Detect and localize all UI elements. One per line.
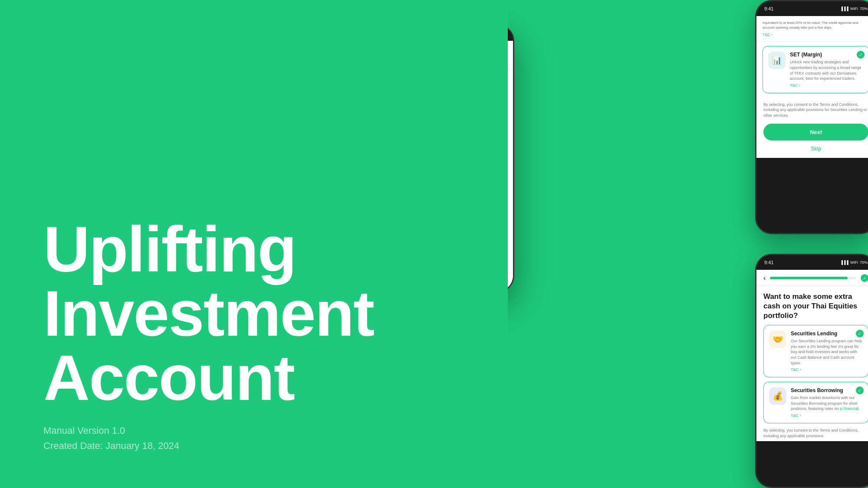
securities-lending-card[interactable]: 🤝 Securities Lending Our Securities Lend…: [763, 325, 868, 377]
borrowing-icon: 💰: [769, 387, 786, 405]
phone-tabs: Overview ↻ SET: [508, 58, 513, 69]
phone2-title: Want to make some extra cash on your Tha…: [756, 286, 868, 325]
phone-main: 9:41 ▐▐▐ WiFi 🔋 pi 💬 🔍 🔔: [508, 24, 514, 293]
borrowing-name: Securities Borrowing: [791, 387, 863, 393]
set-margin-icon: 📊: [768, 52, 786, 69]
borrowing-tc[interactable]: T&C ›: [791, 413, 863, 418]
borrowing-info: Securities Borrowing Gain from market do…: [791, 387, 863, 418]
securities-borrowing-card[interactable]: 💰 Securities Borrowing Gain from market …: [763, 382, 868, 423]
lending-name: Securities Lending: [791, 331, 863, 337]
time-right-bottom: 9:41: [764, 260, 773, 265]
phone2-header: ‹ ✓: [756, 270, 868, 286]
signal-right-top: ▐▐▐: [840, 7, 848, 11]
accounts-section: My Accounts Active Accounts Only ⇄ SET 1…: [508, 111, 513, 272]
lending-info: Securities Lending Our Securities Lendin…: [791, 331, 863, 372]
skip-button[interactable]: Skip: [756, 143, 868, 154]
page-title: Uplifting Investment Account: [43, 217, 464, 410]
main-screen: pi 💬 🔍 🔔 Overview ↻ SET Your total balan: [508, 41, 513, 291]
partial-text: equivalent to at least 20% of its value.…: [763, 20, 868, 30]
set-margin-name: SET (Margin): [790, 52, 864, 58]
status-bar-main: 9:41 ▐▐▐ WiFi 🔋: [508, 25, 513, 41]
phone-right-bottom: 9:41 ▐▐▐ WiFi 70% ‹ ✓ Want to make some …: [755, 254, 868, 488]
bottom-nav: 🏠 Home 📊 Markets 👤 Account 📋 Order: [508, 272, 513, 291]
product-cards: 🤝 Securities Lending Our Securities Lend…: [756, 325, 868, 423]
phone2-top-content: equivalent to at least 20% of its value.…: [756, 16, 868, 158]
set-margin-card-area: 📊 SET (Margin) Unlock new trading strate…: [756, 42, 868, 97]
consent-text-top: By selecting, you consent to the Terms a…: [756, 98, 868, 121]
action-buttons: Deposit Withdraw: [508, 93, 513, 111]
consent-text-bottom: By selecting, you consent to the Terms a…: [756, 423, 868, 441]
partial-tc[interactable]: T&C ›: [763, 33, 868, 37]
lending-icon: 🤝: [769, 331, 786, 348]
right-panel: 9:41 ▐▐▐ WiFi 🔋 pi 💬 🔍 🔔: [508, 0, 868, 488]
set-margin-card[interactable]: 📊 SET (Margin) Unlock new trading strate…: [763, 46, 868, 93]
left-panel: Uplifting Investment Account Manual Vers…: [0, 0, 508, 488]
progress-bar: [770, 277, 856, 279]
set-margin-info: SET (Margin) Unlock new trading strategi…: [790, 52, 864, 87]
set-margin-desc: Unlock new trading strategies and opport…: [790, 59, 864, 81]
wifi-right-bottom: WiFi: [850, 260, 858, 265]
time-right-top: 9:41: [764, 6, 773, 11]
meta-info: Manual Version 1.0 Created Date: January…: [43, 423, 464, 453]
phone2-bottom-content: ‹ ✓ Want to make some extra cash on your…: [756, 270, 868, 441]
next-button[interactable]: Next: [763, 124, 868, 141]
notch-top: 9:41 ▐▐▐ WiFi 70%: [756, 1, 868, 16]
signal-right-bottom: ▐▐▐: [840, 260, 848, 265]
battery-right-bottom: 70%: [860, 260, 868, 265]
progress-fill: [770, 277, 848, 279]
lending-tc[interactable]: T&C ›: [791, 367, 863, 372]
notch-bottom: 9:41 ▐▐▐ WiFi 70%: [756, 255, 868, 270]
lending-desc: Our Securities Lending program can help …: [791, 338, 863, 366]
partial-card-top: equivalent to at least 20% of its value.…: [756, 16, 868, 42]
set-margin-tc[interactable]: T&C ›: [790, 83, 864, 88]
balance-section: Your total balance with Pi: As of 15:00 …: [508, 69, 513, 93]
progress-check: ✓: [861, 274, 868, 282]
borrowing-desc: Gain from market downturns with our Secu…: [791, 395, 863, 412]
back-button[interactable]: ‹: [763, 274, 766, 282]
battery-right-top: 70%: [860, 7, 868, 11]
wifi-right-top: WiFi: [850, 7, 858, 11]
phone-header: pi 💬 🔍 🔔: [508, 41, 513, 58]
phone-right-top: 9:41 ▐▐▐ WiFi 70% equivalent to at least…: [755, 0, 868, 234]
